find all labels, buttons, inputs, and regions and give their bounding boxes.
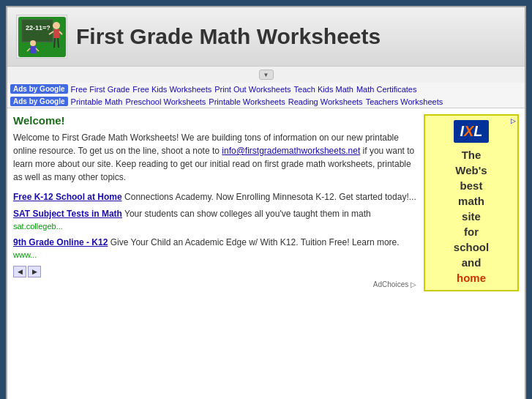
ad-links-section: Free K-12 School at Home Connections Aca… bbox=[13, 191, 416, 261]
nav-link-preschool[interactable]: Preschool Worksheets bbox=[126, 97, 206, 106]
site-header: 22-11=? First Grade Math Worksheets bbox=[7, 7, 525, 67]
ad-link-item-2: 9th Grade Online - K12 Give Your Child a… bbox=[13, 236, 416, 261]
ad-close-icon[interactable]: ▷ bbox=[511, 117, 516, 124]
main-content: Welcome! Welcome to First Grade Math Wor… bbox=[7, 108, 525, 297]
site-title: First Grade Math Worksheets bbox=[76, 24, 381, 49]
side-ad-logo: IXL bbox=[454, 120, 488, 143]
nav-link-teach-kids[interactable]: Teach Kids Math bbox=[294, 85, 353, 94]
nav-link-free-first-grade[interactable]: Free First Grade bbox=[71, 85, 130, 94]
svg-point-9 bbox=[30, 40, 36, 46]
ad-link-title-1[interactable]: SAT Subject Tests in Math bbox=[13, 209, 122, 219]
svg-point-3 bbox=[53, 22, 60, 29]
welcome-email[interactable]: info@firstgrademathworksheets.net bbox=[222, 146, 360, 156]
content-left: Welcome! Welcome to First Grade Math Wor… bbox=[13, 114, 416, 291]
svg-rect-4 bbox=[53, 29, 59, 38]
nav-link-math-certs[interactable]: Math Certificates bbox=[356, 85, 417, 94]
side-ad-highlight: home bbox=[457, 272, 486, 284]
welcome-text: Welcome to First Grade Math Worksheets! … bbox=[13, 131, 416, 184]
ad-link-item-0: Free K-12 School at Home Connections Aca… bbox=[13, 191, 416, 204]
nav-link-printable-math[interactable]: Printable Math bbox=[71, 97, 123, 106]
ads-badge-2: Ads by Google bbox=[10, 97, 68, 106]
svg-rect-10 bbox=[30, 46, 36, 53]
nav-link-free-kids[interactable]: Free Kids Worksheets bbox=[132, 85, 211, 94]
svg-line-7 bbox=[54, 38, 55, 48]
ad-nav-next[interactable]: ▶ bbox=[28, 266, 41, 277]
ad-link-title-2[interactable]: 9th Grade Online - K12 bbox=[13, 237, 108, 247]
side-ad: ▷ IXL TheWeb'sbestmathsiteforschoolandho… bbox=[424, 114, 519, 291]
ad-nav: ◀ ▶ bbox=[13, 266, 416, 277]
svg-line-8 bbox=[58, 38, 59, 48]
ad-link-url-2: www... bbox=[13, 250, 37, 259]
ad-link-title-0[interactable]: Free K-12 School at Home bbox=[13, 192, 122, 202]
nav-link-teachers[interactable]: Teachers Worksheets bbox=[366, 97, 443, 106]
side-ad-text: TheWeb'sbestmathsiteforschoolandhome bbox=[430, 147, 513, 286]
ad-link-item-1: SAT Subject Tests in Math Your students … bbox=[13, 208, 416, 233]
nav-link-reading[interactable]: Reading Worksheets bbox=[288, 97, 363, 106]
ad-link-desc-1: Your students can show colleges all you'… bbox=[124, 209, 371, 219]
nav-link-printable-ws[interactable]: Printable Worksheets bbox=[209, 97, 285, 106]
nav-link-print-out[interactable]: Print Out Worksheets bbox=[214, 85, 291, 94]
scroll-button[interactable]: ▼ bbox=[259, 70, 274, 80]
nav-bar: Ads by Google Free First Grade Free Kids… bbox=[7, 83, 525, 108]
nav-row-2: Ads by Google Printable Math Preschool W… bbox=[7, 95, 525, 108]
ad-nav-prev[interactable]: ◀ bbox=[13, 266, 26, 277]
page-wrapper: 22-11=? First Grade Math Worksheets ▼ Ad… bbox=[6, 6, 526, 399]
svg-text:22-11=?: 22-11=? bbox=[26, 24, 50, 31]
scroll-indicator: ▼ bbox=[7, 67, 525, 83]
content-right: ▷ IXL TheWeb'sbestmathsiteforschoolandho… bbox=[424, 114, 519, 291]
nav-row-1: Ads by Google Free First Grade Free Kids… bbox=[7, 83, 525, 95]
ad-choices: AdChoices ▷ bbox=[13, 280, 416, 288]
ads-badge-1: Ads by Google bbox=[10, 84, 68, 94]
ad-link-url-1: sat.collegeb... bbox=[13, 222, 63, 231]
ad-link-desc-0: Connections Academy. Now Enrolling Minne… bbox=[124, 192, 416, 202]
welcome-title: Welcome! bbox=[13, 114, 416, 127]
site-logo: 22-11=? bbox=[16, 15, 67, 59]
ad-link-desc-2: Give Your Child an Academic Edge w/ With… bbox=[110, 237, 400, 247]
